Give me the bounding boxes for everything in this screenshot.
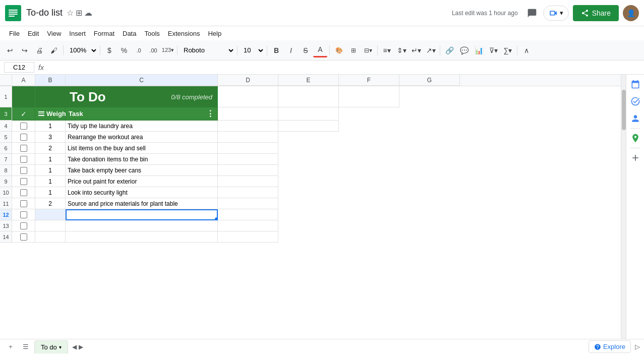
scroll-thumb[interactable] (622, 90, 626, 130)
sheet-tab-arrow[interactable]: ▾ (59, 344, 62, 350)
cell-A14[interactable] (12, 231, 35, 243)
comment-button[interactable]: 💬 (457, 43, 471, 57)
cell-A11[interactable] (12, 198, 35, 209)
star-icon[interactable]: ☆ (67, 8, 74, 18)
checkbox-11[interactable] (20, 200, 27, 207)
header-weight[interactable]: Weight (35, 107, 66, 121)
currency-button[interactable]: $ (102, 43, 116, 57)
meet-button[interactable]: ▾ (543, 6, 569, 21)
header-task[interactable]: Task ⋮ (66, 107, 218, 121)
format-num-button[interactable]: 123▾ (161, 43, 175, 57)
checkbox-6[interactable] (20, 145, 27, 152)
link-button[interactable]: 🔗 (442, 43, 456, 57)
function-button[interactable]: ∑▾ (501, 43, 515, 57)
checkbox-10[interactable] (20, 189, 27, 196)
menu-help[interactable]: Help (204, 28, 225, 39)
cell-E1[interactable] (278, 86, 339, 107)
cell-D9[interactable] (218, 176, 278, 187)
cell-D13[interactable] (218, 220, 278, 231)
percent-button[interactable]: % (117, 43, 131, 57)
cell-reference-input[interactable] (4, 62, 34, 73)
chat-button[interactable] (523, 4, 541, 22)
cell-C7[interactable]: Take donation items to the bin (66, 154, 218, 165)
checkbox-9[interactable] (20, 178, 27, 185)
cell-D12[interactable] (218, 209, 278, 220)
cell-C1[interactable]: To Do 0/8 completed (66, 86, 218, 107)
sheet-tab-todo[interactable]: To do ▾ (34, 340, 68, 353)
cell-E4[interactable] (278, 121, 339, 132)
cell-D4[interactable] (218, 121, 278, 132)
menu-format[interactable]: Format (90, 28, 119, 39)
cell-C5[interactable]: Rearrange the workout area (66, 132, 218, 143)
row-num-8[interactable]: 8 (0, 165, 12, 176)
filter-button[interactable]: ⊽▾ (486, 43, 500, 57)
row-num-6[interactable]: 6 (0, 143, 12, 154)
cell-A7[interactable] (12, 154, 35, 165)
cell-C12[interactable] (66, 209, 218, 220)
cell-C10[interactable]: Look into security light (66, 187, 218, 198)
checkbox-7[interactable] (20, 156, 27, 163)
cell-B13[interactable] (35, 220, 66, 231)
row-num-3[interactable]: 3 (0, 107, 12, 121)
cell-C14[interactable] (66, 231, 218, 243)
expand-panel-icon[interactable]: ▷ (635, 343, 640, 350)
checkbox-5[interactable] (20, 134, 27, 141)
cell-E3[interactable] (278, 107, 339, 121)
cell-A5[interactable] (12, 132, 35, 143)
folder-icon[interactable]: ⊞ (76, 8, 82, 18)
menu-view[interactable]: View (43, 28, 65, 39)
spreadsheet-area[interactable]: A B C D E F G 1 To Do 0/8 completed 3 (0, 75, 621, 339)
print-button[interactable]: 🖨 (32, 43, 46, 57)
cell-A6[interactable] (12, 143, 35, 154)
scroll-right-icon[interactable]: ▶ (79, 343, 83, 350)
decimal-inc-button[interactable]: .00 (146, 43, 160, 57)
task-menu-icon[interactable]: ⋮ (206, 109, 214, 119)
explore-button[interactable]: Explore (589, 340, 631, 353)
cell-A10[interactable] (12, 187, 35, 198)
cell-C8[interactable]: Take back empty beer cans (66, 165, 218, 176)
menu-tools[interactable]: Tools (140, 28, 163, 39)
cell-B8[interactable]: 1 (35, 165, 66, 176)
checkbox-4[interactable] (20, 123, 27, 130)
halign-button[interactable]: ≡▾ (380, 43, 394, 57)
cell-A13[interactable] (12, 220, 35, 231)
cell-D10[interactable] (218, 187, 278, 198)
scroll-left-icon[interactable]: ◀ (72, 343, 77, 350)
cell-D8[interactable] (218, 165, 278, 176)
col-header-B[interactable]: B (35, 75, 66, 86)
decimal-dec-button[interactable]: .0 (132, 43, 146, 57)
col-header-F[interactable]: F (339, 75, 399, 86)
col-header-C[interactable]: C (66, 75, 218, 86)
add-sheet-button[interactable]: + (4, 340, 17, 353)
cell-A12[interactable] (12, 209, 35, 220)
checkbox-8[interactable] (20, 167, 27, 174)
col-header-E[interactable]: E (278, 75, 339, 86)
row-num-14[interactable]: 14 (0, 231, 12, 243)
cell-D1[interactable] (218, 86, 278, 107)
calendar-panel-icon[interactable] (628, 77, 643, 92)
fontsize-select[interactable]: 10 (240, 44, 265, 57)
header-check-cell[interactable]: ✓ (12, 107, 35, 121)
tasks-panel-icon[interactable] (628, 94, 643, 109)
merge-button[interactable]: ⊟▾ (361, 43, 375, 57)
col-header-D[interactable]: D (218, 75, 278, 86)
cell-C4[interactable]: Tidy up the laundry area (66, 121, 218, 132)
paint-format-button[interactable]: 🖌 (47, 43, 61, 57)
menu-edit[interactable]: Edit (24, 28, 43, 39)
textwrap-button[interactable]: ↵▾ (409, 43, 423, 57)
cell-A4[interactable] (12, 121, 35, 132)
row-num-5[interactable]: 5 (0, 132, 12, 143)
cell-C9[interactable]: Price out paint for exterior (66, 176, 218, 187)
sheets-list-button[interactable]: ☰ (19, 340, 32, 353)
share-button[interactable]: Share (573, 5, 619, 21)
checkbox-13[interactable] (20, 222, 27, 229)
cell-B4[interactable]: 1 (35, 121, 66, 132)
cell-D6[interactable] (218, 143, 278, 154)
cell-D14[interactable] (218, 231, 278, 243)
fill-handle[interactable] (215, 217, 218, 220)
cell-B7[interactable]: 1 (35, 154, 66, 165)
menu-insert[interactable]: Insert (65, 28, 90, 39)
redo-button[interactable]: ↪ (18, 43, 32, 57)
font-select[interactable]: Roboto (180, 44, 235, 57)
row-num-10[interactable]: 10 (0, 187, 12, 198)
